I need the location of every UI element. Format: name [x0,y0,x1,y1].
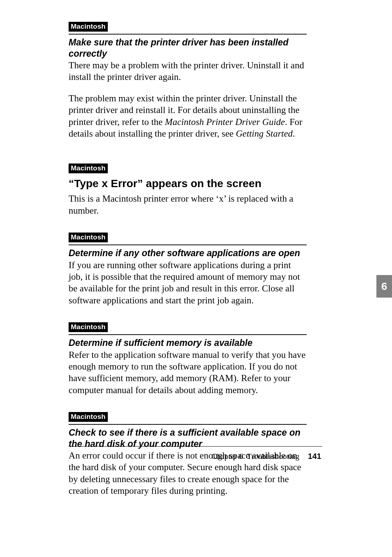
page-footer: Chapter 6 Troubleshooting 141 [212,452,321,461]
footer-chapter: Chapter 6 [212,452,243,461]
document-page: MacintoshMake sure that the printer driv… [0,0,392,557]
section-rule [69,334,307,335]
section-rule [69,245,307,245]
section-subheading: Determine if sufficient memory is availa… [69,337,307,348]
body-paragraph: Refer to the application software manual… [69,349,307,396]
os-badge: Macintosh [69,412,108,422]
section-rule [69,424,307,425]
body-paragraph: If you are running other software applic… [69,259,307,307]
footer-page-number: 141 [308,452,321,461]
body-paragraph: There may be a problem with the printer … [69,60,307,83]
os-badge: Macintosh [69,22,108,32]
italic-text: Getting Started [236,128,293,139]
footer-rule [69,446,322,447]
os-badge: Macintosh [69,164,108,173]
body-paragraph: The problem may exist within the printer… [69,93,307,140]
body-paragraph: This is a Macintosh printer error where … [69,193,307,217]
section-subheading: Check to see if there is a sufficient av… [69,427,307,449]
text-run: . [293,128,295,139]
os-badge: Macintosh [69,233,108,242]
os-badge: Macintosh [69,322,108,332]
section-rule [69,34,307,35]
footer-title: Troubleshooting [247,452,299,461]
section-subheading: Determine if any other software applicat… [69,247,307,259]
section-heading: “Type x Error” appears on the screen [69,177,307,190]
chapter-side-tab: 6 [376,275,392,298]
section-subheading: Make sure that the printer driver has be… [69,37,307,59]
italic-text: Macintosh Printer Driver Guide [165,117,285,127]
page-content: MacintoshMake sure that the printer driv… [69,22,307,506]
